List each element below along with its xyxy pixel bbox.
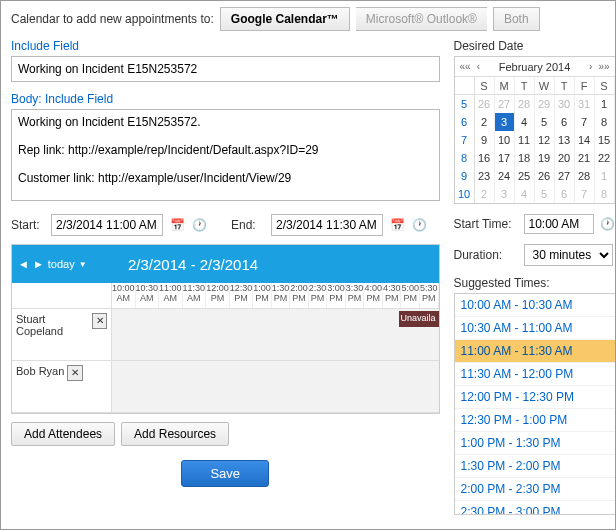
- time-header-cell: 5:30PM: [420, 283, 439, 308]
- calendar-day[interactable]: 5: [535, 113, 555, 131]
- calendar-day[interactable]: 11: [515, 131, 535, 149]
- week-number[interactable]: 5: [455, 95, 475, 113]
- calendar-day[interactable]: 15: [595, 131, 615, 149]
- scheduler: ◄ ► today ▼ 2/3/2014 - 2/3/2014 Stuart C…: [11, 244, 440, 414]
- suggested-time-item[interactable]: 12:00 PM - 12:30 PM: [455, 386, 615, 409]
- next-month-icon[interactable]: ›: [586, 61, 595, 72]
- calendar-day[interactable]: 24: [495, 167, 515, 185]
- calendar-day[interactable]: 22: [595, 149, 615, 167]
- remove-attendee-button[interactable]: ✕: [92, 313, 107, 329]
- calendar-day[interactable]: 17: [495, 149, 515, 167]
- prev-month-icon[interactable]: ‹: [474, 61, 483, 72]
- calendar-day[interactable]: 9: [475, 131, 495, 149]
- prev-year-icon[interactable]: ««: [457, 61, 474, 72]
- week-number[interactable]: 7: [455, 131, 475, 149]
- calendar-day[interactable]: 3: [495, 185, 515, 203]
- add-attendees-button[interactable]: Add Attendees: [11, 422, 115, 446]
- calendar-day[interactable]: 27: [555, 167, 575, 185]
- calendar-day[interactable]: 28: [575, 167, 595, 185]
- suggested-time-item[interactable]: 1:00 PM - 1:30 PM: [455, 432, 615, 455]
- calendar-day[interactable]: 6: [555, 113, 575, 131]
- calendar-day[interactable]: 7: [575, 185, 595, 203]
- prev-icon[interactable]: ◄: [18, 258, 29, 270]
- calendar-day[interactable]: 7: [575, 113, 595, 131]
- add-resources-button[interactable]: Add Resources: [121, 422, 229, 446]
- calendar-day[interactable]: 1: [595, 95, 615, 113]
- remove-attendee-button[interactable]: ✕: [67, 365, 83, 381]
- suggested-time-item[interactable]: 11:00 AM - 11:30 AM: [455, 340, 615, 363]
- include-field-link[interactable]: Include Field: [11, 39, 440, 53]
- calendar-day[interactable]: 20: [555, 149, 575, 167]
- calendar-day[interactable]: 10: [495, 131, 515, 149]
- save-button[interactable]: Save: [181, 460, 269, 487]
- duration-select[interactable]: 30 minutes: [524, 244, 613, 266]
- dow-cell: S: [475, 77, 495, 95]
- week-number[interactable]: 8: [455, 149, 475, 167]
- calendar-day[interactable]: 6: [555, 185, 575, 203]
- calendar-day[interactable]: 13: [555, 131, 575, 149]
- chevron-down-icon[interactable]: ▼: [79, 260, 87, 269]
- today-button[interactable]: today: [48, 258, 75, 270]
- body-textarea[interactable]: [11, 109, 440, 201]
- next-year-icon[interactable]: »»: [595, 61, 612, 72]
- calendar-day[interactable]: 4: [515, 113, 535, 131]
- clock-icon[interactable]: 🕐: [411, 217, 427, 233]
- calendar-day[interactable]: 3: [495, 113, 515, 131]
- unavailable-block: Unavaila: [399, 311, 439, 327]
- google-calendar-button[interactable]: Google Calendar™: [220, 7, 350, 31]
- suggested-time-item[interactable]: 2:00 PM - 2:30 PM: [455, 478, 615, 501]
- calendar-day[interactable]: 2: [475, 185, 495, 203]
- end-input[interactable]: [271, 214, 383, 236]
- body-include-field-link[interactable]: Body: Include Field: [11, 92, 440, 106]
- suggested-time-item[interactable]: 12:30 PM - 1:00 PM: [455, 409, 615, 432]
- calendar-day[interactable]: 2: [475, 113, 495, 131]
- dow-cell: T: [555, 77, 575, 95]
- calendar-day[interactable]: 19: [535, 149, 555, 167]
- calendar-day[interactable]: 18: [515, 149, 535, 167]
- calendar-day[interactable]: 30: [555, 95, 575, 113]
- calendar-day[interactable]: 25: [515, 167, 535, 185]
- calendar-day[interactable]: 5: [535, 185, 555, 203]
- suggested-time-item[interactable]: 10:30 AM - 11:00 AM: [455, 317, 615, 340]
- clock-icon[interactable]: 🕐: [600, 216, 616, 232]
- time-header-cell: 11:00AM: [159, 283, 183, 308]
- calendar-icon[interactable]: 📅: [389, 217, 405, 233]
- suggested-time-item[interactable]: 10:00 AM - 10:30 AM: [455, 294, 615, 317]
- calendar-day[interactable]: 28: [515, 95, 535, 113]
- clock-icon[interactable]: 🕐: [191, 217, 207, 233]
- calendar-day[interactable]: 29: [535, 95, 555, 113]
- next-icon[interactable]: ►: [33, 258, 44, 270]
- time-header-cell: 4:00PM: [364, 283, 383, 308]
- schedule-row[interactable]: Unavaila: [112, 309, 439, 361]
- suggested-time-item[interactable]: 2:30 PM - 3:00 PM: [455, 501, 615, 515]
- calendar-day[interactable]: 26: [475, 95, 495, 113]
- calendar-day[interactable]: 21: [575, 149, 595, 167]
- calendar-day[interactable]: 31: [575, 95, 595, 113]
- calendar-day[interactable]: 12: [535, 131, 555, 149]
- subject-input[interactable]: [11, 56, 440, 82]
- both-button[interactable]: Both: [493, 7, 540, 31]
- schedule-row[interactable]: [112, 361, 439, 413]
- calendar-day[interactable]: 8: [595, 113, 615, 131]
- calendar-day[interactable]: 14: [575, 131, 595, 149]
- calendar-day[interactable]: 27: [495, 95, 515, 113]
- week-number[interactable]: 9: [455, 167, 475, 185]
- week-number[interactable]: 6: [455, 113, 475, 131]
- suggested-time-item[interactable]: 11:30 AM - 12:00 PM: [455, 363, 615, 386]
- calendar-day[interactable]: 16: [475, 149, 495, 167]
- time-header-cell: 3:00PM: [327, 283, 346, 308]
- start-input[interactable]: [51, 214, 163, 236]
- time-header-cell: 3:30PM: [346, 283, 365, 308]
- calendar-day[interactable]: 26: [535, 167, 555, 185]
- calendar-day[interactable]: 4: [515, 185, 535, 203]
- calendar-icon[interactable]: 📅: [169, 217, 185, 233]
- week-number[interactable]: 10: [455, 185, 475, 203]
- dow-cell: M: [495, 77, 515, 95]
- calendar-day[interactable]: 8: [595, 185, 615, 203]
- suggested-times-list[interactable]: 10:00 AM - 10:30 AM10:30 AM - 11:00 AM11…: [454, 293, 616, 515]
- outlook-button[interactable]: Microsoft® Outlook®: [356, 7, 487, 31]
- calendar-day[interactable]: 1: [595, 167, 615, 185]
- calendar-day[interactable]: 23: [475, 167, 495, 185]
- suggested-time-item[interactable]: 1:30 PM - 2:00 PM: [455, 455, 615, 478]
- start-time-input[interactable]: [524, 214, 594, 234]
